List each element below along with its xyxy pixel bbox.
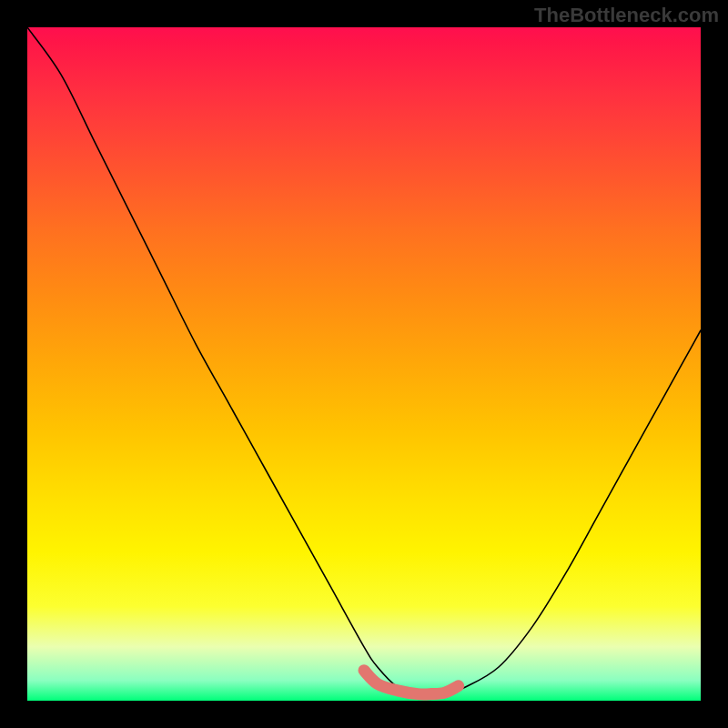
chart-svg — [27, 27, 701, 701]
watermark-text: TheBottleneck.com — [534, 4, 719, 27]
plot-area — [27, 27, 701, 701]
bottleneck-curve-path — [27, 27, 701, 694]
optimal-band-path — [364, 671, 459, 694]
